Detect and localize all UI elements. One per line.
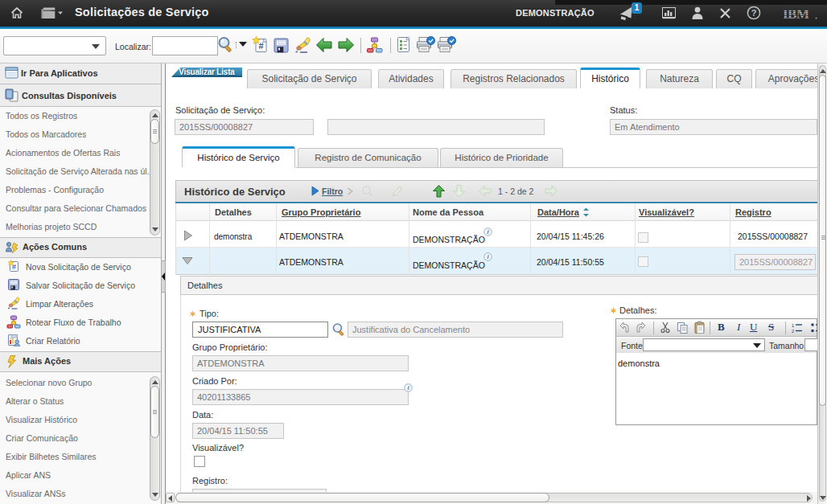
svg-text:1: 1	[792, 323, 794, 328]
svg-text:?: ?	[751, 8, 757, 18]
svg-text:#: #	[258, 41, 263, 51]
svg-text:2: 2	[792, 329, 794, 334]
svg-text:IBM: IBM	[784, 6, 809, 21]
svg-text:#: #	[12, 263, 16, 271]
